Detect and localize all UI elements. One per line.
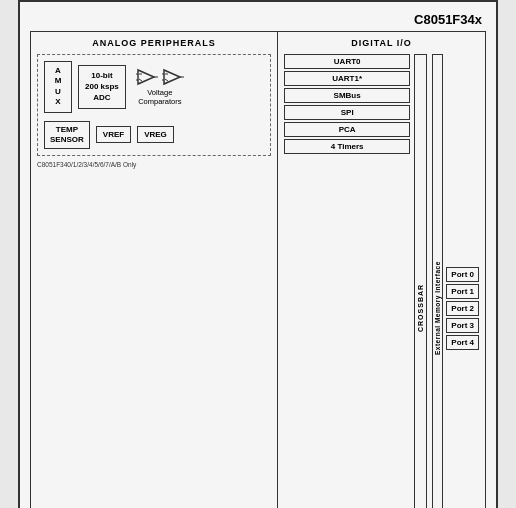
- svg-line-5: [139, 79, 142, 81]
- amux-box: AMUX: [44, 61, 72, 113]
- uart0-box: UART0: [284, 54, 410, 69]
- chip-diagram: C8051F34x ANALOG PERIPHERALS AMUX 10-bit…: [18, 0, 498, 508]
- ext-memory-column: External Memory Interface: [430, 54, 444, 508]
- analog-top-row: AMUX 10-bit 200 ksps ADC: [44, 61, 264, 113]
- digital-section: DIGITAL I/O UART0 UART1* SMBus SPI PCA 4…: [278, 32, 485, 508]
- adc-box: 10-bit 200 ksps ADC: [78, 65, 126, 109]
- digital-inner: UART0 UART1* SMBus SPI PCA 4 Timers CROS…: [284, 54, 479, 508]
- analog-title: ANALOG PERIPHERALS: [37, 38, 271, 48]
- pca-box: PCA: [284, 122, 410, 137]
- analog-bottom-row: TEMP SENSOR VREF VREG: [44, 121, 264, 150]
- analog-footnote: C8051F340/1/2/3/4/5/6/7/A/B Only: [37, 161, 271, 168]
- timers-box: 4 Timers: [284, 139, 410, 154]
- vref-box: VREF: [96, 126, 131, 143]
- uart1-box: UART1*: [284, 71, 410, 86]
- analog-section: ANALOG PERIPHERALS AMUX 10-bit 200 ksps …: [31, 32, 278, 508]
- top-section: ANALOG PERIPHERALS AMUX 10-bit 200 ksps …: [30, 31, 486, 508]
- vreg-box: VREG: [137, 126, 174, 143]
- port4-box: Port 4: [446, 335, 479, 350]
- digital-peripherals: UART0 UART1* SMBus SPI PCA 4 Timers: [284, 54, 410, 508]
- spi-box: SPI: [284, 105, 410, 120]
- chip-title: C8051F34x: [30, 12, 486, 27]
- svg-marker-0: [138, 70, 154, 84]
- smbus-box: SMBus: [284, 88, 410, 103]
- svg-line-11: [165, 79, 168, 81]
- digital-title: DIGITAL I/O: [284, 38, 479, 48]
- port0-box: Port 0: [446, 267, 479, 282]
- port3-box: Port 3: [446, 318, 479, 333]
- crossbar-label: CROSSBAR: [414, 54, 427, 508]
- comparator-symbols: [136, 68, 184, 86]
- port1-box: Port 1: [446, 284, 479, 299]
- ext-memory-label: External Memory Interface: [432, 54, 443, 508]
- temp-sensor-box: TEMP SENSOR: [44, 121, 90, 150]
- svg-marker-6: [164, 70, 180, 84]
- analog-inner: AMUX 10-bit 200 ksps ADC: [37, 54, 271, 156]
- port2-box: Port 2: [446, 301, 479, 316]
- crossbar-column: CROSSBAR: [412, 54, 428, 508]
- comparator-icon-2: [162, 68, 184, 86]
- comparator-icon-1: [136, 68, 158, 86]
- comparators-area: VoltageComparators: [136, 68, 184, 106]
- comparators-label: VoltageComparators: [138, 88, 181, 106]
- ports-column: Port 0 Port 1 Port 2 Port 3 Port 4: [446, 54, 479, 508]
